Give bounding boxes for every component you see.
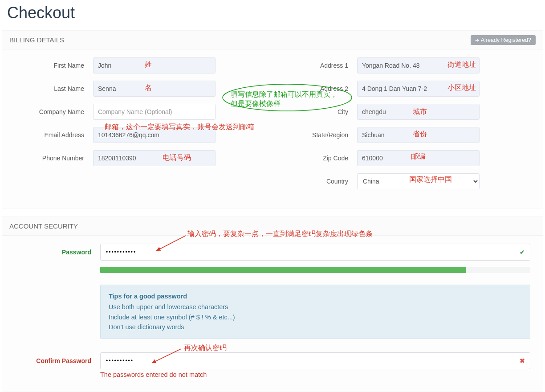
tips-line-3: Don't use dictionary words [109,322,522,332]
last-name-input[interactable] [93,81,216,97]
last-name-label: Last Name [8,85,93,92]
already-registered-button[interactable]: Already Registered? [471,35,536,45]
email-input[interactable] [93,127,216,143]
phone-input[interactable] [93,150,216,166]
login-icon [475,37,479,43]
billing-panel: BILLING DETAILS Already Registered? Firs… [2,30,543,208]
city-input[interactable] [357,104,480,120]
tips-line-2: Include at least one symbol (# $ ! % & e… [109,312,522,322]
password-tips-box: Tips for a good password Use both upper … [100,285,530,339]
zip-input[interactable] [357,150,480,166]
password-strength-fill [100,267,466,273]
security-header: ACCOUNT SECURITY [2,217,543,236]
security-panel: ACCOUNT SECURITY Password ✔ Tips for a g… [2,216,543,392]
address1-input[interactable] [357,57,480,74]
company-label: Company Name [8,108,93,115]
city-label: City [272,108,357,115]
tips-line-1: Use both upper and lowercase characters [109,302,522,312]
billing-heading-text: BILLING DETAILS [9,36,64,44]
email-label: Email Address [8,131,93,139]
check-icon: ✔ [520,249,525,256]
confirm-password-label: Confirm Password [8,357,100,364]
first-name-input[interactable] [93,57,216,74]
company-input[interactable] [93,104,216,120]
address1-label: Address 1 [272,62,357,69]
password-strength-bar [100,267,530,273]
tips-title: Tips for a good password [109,291,522,301]
address2-input[interactable] [357,81,480,97]
address2-label: Address 2 [272,85,357,92]
page-title: Checkout [7,4,545,22]
state-input[interactable] [357,127,480,143]
zip-label: Zip Code [272,155,357,162]
state-label: State/Region [272,131,357,139]
security-heading-text: ACCOUNT SECURITY [9,222,78,230]
password-error-text: The passwords entered do not match [100,371,537,378]
country-label: Country [272,178,357,185]
already-registered-label: Already Registered? [481,37,531,43]
first-name-label: First Name [8,62,93,69]
password-input[interactable] [100,244,530,261]
x-icon: ✖ [520,357,525,364]
password-label: Password [8,249,100,256]
country-select[interactable]: China [357,173,480,189]
phone-label: Phone Number [8,155,93,162]
billing-header: BILLING DETAILS Already Registered? [2,31,543,49]
confirm-password-input[interactable] [100,352,530,369]
